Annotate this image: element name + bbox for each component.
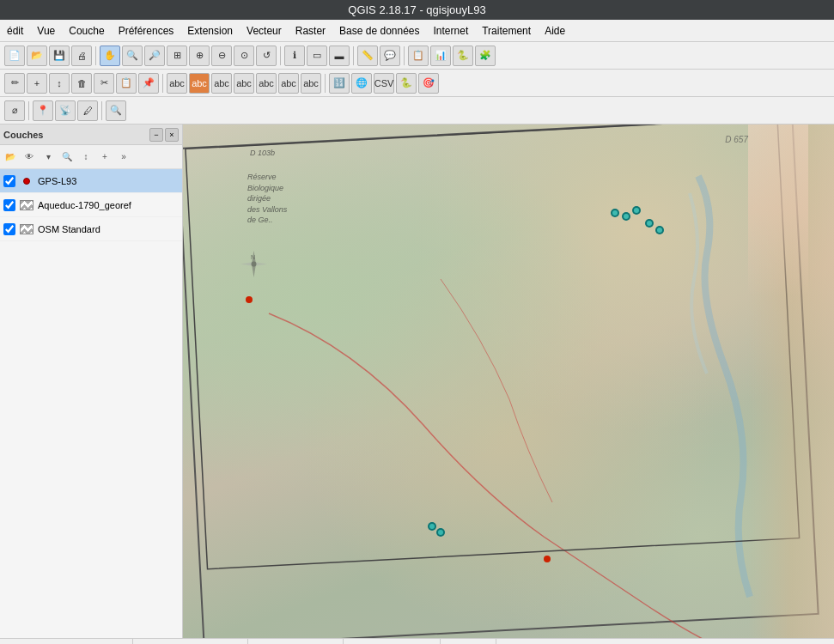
print-button[interactable]: 🖨 <box>71 46 92 66</box>
zoom-selection-button[interactable]: ⊖ <box>211 46 232 66</box>
layer-item-aqueduc[interactable]: Aqueduc-1790_georef <box>0 193 182 217</box>
plugin2-button[interactable]: 🎯 <box>418 73 439 94</box>
gps-point-5 <box>655 226 664 234</box>
plugin-button[interactable]: 🧩 <box>475 46 496 66</box>
save-project-button[interactable]: 💾 <box>49 46 70 66</box>
layers-close-button[interactable]: × <box>165 128 179 142</box>
cut-button[interactable]: ✂ <box>94 73 114 94</box>
python-button[interactable]: 🐍 <box>453 46 473 66</box>
status-scale: Échelle 1:45 362 <box>133 639 247 644</box>
copy-button[interactable]: 📋 <box>116 73 137 94</box>
zoom-in-button[interactable]: 🔍 <box>122 46 143 66</box>
pan-selection-button[interactable]: ⊙ <box>234 46 254 66</box>
gps-point-7 <box>428 522 436 531</box>
layer-filter-button[interactable]: 🔍 <box>58 149 76 166</box>
layer-eye-dropdown[interactable]: ▾ <box>40 149 57 166</box>
menu-internet[interactable]: Internet <box>427 23 476 39</box>
zoom-full-button[interactable]: ⊞ <box>167 46 187 66</box>
menu-raster[interactable]: Raster <box>289 23 332 39</box>
menu-view[interactable]: Vue <box>30 23 62 39</box>
move-feature-button[interactable]: ↕ <box>49 73 70 94</box>
toggle-edit-button[interactable]: ✏ <box>4 73 25 94</box>
layer-name-osm: OSM Standard <box>38 224 100 234</box>
layer-icon-osm <box>19 223 34 235</box>
status-rendu: Rendu <box>441 639 496 644</box>
gps-point-3 <box>632 206 641 215</box>
layer-item-gps[interactable]: GPS-L93 <box>0 169 182 193</box>
label-btn2[interactable]: abc <box>189 73 210 94</box>
gps-track-button[interactable]: 📡 <box>55 100 76 121</box>
delete-button[interactable]: 🗑 <box>71 73 92 94</box>
menu-help[interactable]: Aide <box>538 23 572 39</box>
layers-panel-title: Couches <box>3 130 43 140</box>
layers-toolbar: 📂 👁 ▾ 🔍 ↕ + » <box>0 145 182 169</box>
svg-text:N: N <box>251 254 255 260</box>
label-btn3[interactable]: abc <box>211 73 232 94</box>
stats-button[interactable]: 📊 <box>430 46 451 66</box>
layer-checkbox-gps[interactable] <box>3 175 15 187</box>
sep-7 <box>28 101 29 120</box>
layer-expand-button[interactable]: ↕ <box>77 149 94 166</box>
label-btn6[interactable]: abc <box>278 73 299 94</box>
compass-rose: N <box>239 249 269 279</box>
layer-checkbox-aqueduc[interactable] <box>3 199 15 211</box>
select-rect-button[interactable]: ▬ <box>329 46 350 66</box>
sep-8 <box>101 101 102 120</box>
zoom-layer-button[interactable]: ⊕ <box>189 46 210 66</box>
menu-vector[interactable]: Vecteur <box>240 23 289 39</box>
select-button[interactable]: ▭ <box>307 46 327 66</box>
zoom-out-button[interactable]: 🔎 <box>144 46 165 66</box>
status-rotation: Rotation ° <box>344 639 440 644</box>
menu-database[interactable]: Base de données <box>332 23 426 39</box>
new-project-button[interactable]: 📄 <box>4 46 25 66</box>
label-btn4[interactable]: abc <box>234 73 254 94</box>
menu-preferences[interactable]: Préférences <box>112 23 181 39</box>
measure-button[interactable]: 📏 <box>357 46 378 66</box>
digitize-button[interactable]: 🖊 <box>77 100 98 121</box>
layer-visibility-button[interactable]: 👁 <box>21 149 38 166</box>
layer-item-osm[interactable]: OSM Standard <box>0 217 182 241</box>
label-btn5[interactable]: abc <box>256 73 277 94</box>
pan-button[interactable]: ✋ <box>100 46 120 66</box>
toolbar-main: 📄 📂 💾 🖨 ✋ 🔍 🔎 ⊞ ⊕ ⊖ ⊙ ↺ ℹ ▭ ▬ 📏 💬 📋 📊 🐍 … <box>0 42 834 70</box>
map-label-d657: D 657 <box>725 135 748 144</box>
status-loupe: 🔒 Loupe <box>248 639 344 644</box>
map-canvas[interactable]: D 103b D 657 RéserveBiologiquedirigéedes… <box>183 125 834 638</box>
search-button[interactable]: 🔍 <box>106 100 126 121</box>
snapping-button[interactable]: ⌀ <box>4 100 25 121</box>
python2-button[interactable]: 🐍 <box>396 73 417 94</box>
menu-extension[interactable]: Extension <box>180 23 240 39</box>
sep-1 <box>95 46 96 65</box>
menu-processing[interactable]: Traitement <box>475 23 538 39</box>
layers-header-icons: − × <box>149 128 179 142</box>
paste-button[interactable]: 📌 <box>138 73 159 94</box>
map-right-top <box>748 125 808 296</box>
attr-table-button[interactable]: 📋 <box>408 46 429 66</box>
gps-button[interactable]: 📍 <box>33 100 53 121</box>
label-btn1[interactable]: abc <box>167 73 187 94</box>
gps-point-2 <box>622 212 630 221</box>
svg-point-2 <box>252 262 257 267</box>
layer-checkbox-osm[interactable] <box>3 223 15 235</box>
open-layer-button[interactable]: 📂 <box>2 149 19 166</box>
csv-button[interactable]: CSV <box>374 73 394 94</box>
annotation-button[interactable]: 💬 <box>380 46 400 66</box>
gps-point-1 <box>611 209 619 217</box>
layers-collapse-button[interactable]: − <box>149 128 163 142</box>
add-feature-button[interactable]: + <box>27 73 47 94</box>
sep-3 <box>353 46 354 65</box>
menu-layer[interactable]: Couche <box>62 23 111 39</box>
status-epsg[interactable]: 🌐 EPSG:2154 <box>496 639 569 644</box>
field-calc-button[interactable]: 🔢 <box>329 73 350 94</box>
layer-name-gps: GPS-L93 <box>38 176 76 186</box>
app-title: QGIS 2.18.17 - qgisjouyL93 <box>348 3 485 16</box>
coordinate-button[interactable]: 🌐 <box>351 73 372 94</box>
toolbar-extra: ⌀ 📍 📡 🖊 🔍 <box>0 97 834 125</box>
layer-add-button[interactable]: + <box>96 149 113 166</box>
open-project-button[interactable]: 📂 <box>27 46 47 66</box>
identify-button[interactable]: ℹ <box>284 46 305 66</box>
refresh-button[interactable]: ↺ <box>256 46 277 66</box>
label-btn7[interactable]: abc <box>301 73 321 94</box>
layer-more-button[interactable]: » <box>115 149 132 166</box>
menu-edit[interactable]: édit <box>0 23 30 39</box>
